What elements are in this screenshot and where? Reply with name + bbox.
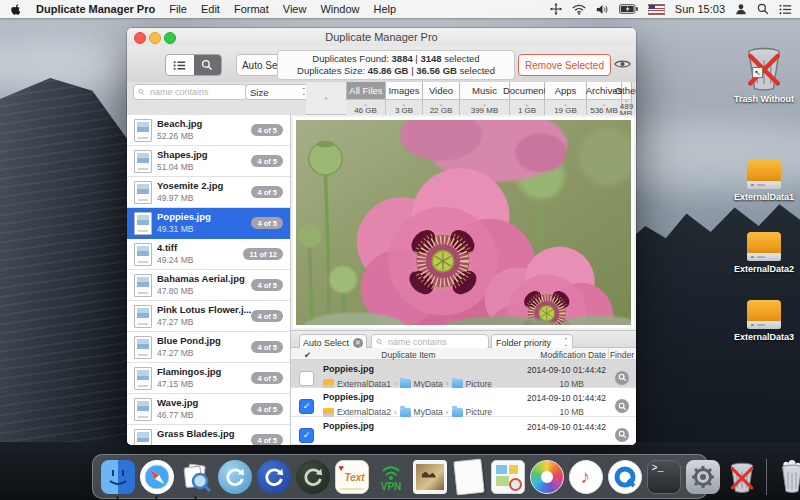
dock-duplicate-search[interactable] [177,458,214,495]
menu-file[interactable]: File [169,3,187,15]
dock-photos[interactable] [528,458,565,495]
list-item[interactable]: Beach.jpg52.26 MB4 of 5 [127,115,290,146]
list-item-selected[interactable]: Poppies.jpg49.31 MB4 of 5 [127,208,290,239]
count-badge: 4 of 5 [251,186,283,198]
menu-edit[interactable]: Edit [201,3,220,15]
drive-icon [323,379,334,388]
reveal-in-finder-icon[interactable] [615,428,629,442]
tab-documents[interactable]: Documents [510,82,545,100]
tab-apps[interactable]: Apps [545,82,587,100]
count-badge: 4 of 5 [251,372,283,384]
list-item[interactable]: Shapes.jpg51.04 MB4 of 5 [127,146,290,177]
menu-window[interactable]: Window [320,3,359,15]
remove-selected-button[interactable]: Remove Selected [518,54,611,76]
list-item[interactable]: Pink Lotus Flower.j...47.27 MB4 of 5 [127,301,290,332]
clear-icon[interactable]: ✕ [353,338,363,348]
count-badge: 4 of 5 [251,403,283,415]
dock-blank-document[interactable] [450,458,487,495]
duplicates-table-header[interactable]: ✔ Duplicate Item Modification Date Finde… [291,348,636,359]
window-title: Duplicate Manager Pro [127,31,636,43]
dock-safari[interactable] [138,458,175,495]
menu-help[interactable]: Help [374,3,397,15]
dock-trash[interactable] [773,458,800,495]
tab-size-other: ⌄489 MB [622,100,632,115]
desktop-icon-externaldata3[interactable]: ExternalData3 [728,300,800,342]
desktop-icon-externaldata1[interactable]: ExternalData1 [728,160,800,202]
title-bar[interactable]: Duplicate Manager Pro [127,28,636,46]
apple-menu[interactable] [10,3,22,16]
table-row[interactable]: Poppies.jpg ExternalData1› MyData› Pictu… [291,360,636,388]
panel-search-input[interactable] [386,336,484,348]
tab-all-files[interactable]: All Files [346,82,386,100]
list-item[interactable]: Yosemite 2.jpg49.97 MB4 of 5 [127,177,290,208]
volume-icon[interactable] [596,4,609,15]
dock-separator [766,459,767,495]
sort-popup[interactable]: Size ⌃⌄ [245,84,311,100]
count-badge: 4 of 5 [251,217,283,229]
view-mode-segmented-control[interactable] [165,54,222,76]
search-icon [138,88,145,96]
count-badge: 4 of 5 [251,279,283,291]
image-file-icon [134,398,152,421]
list-item[interactable]: Flamingos.jpg47.15 MB4 of 5 [127,363,290,394]
search-input[interactable] [148,86,242,98]
image-file-icon [134,336,152,359]
notification-center-icon[interactable] [779,4,792,15]
search-view-icon[interactable] [194,55,222,75]
reveal-in-finder-icon[interactable] [615,399,629,413]
checkbox-unchecked[interactable] [299,371,314,386]
list-item[interactable]: Wave.jpg46.77 MB4 of 5 [127,394,290,425]
dock-stamps-app[interactable] [489,458,526,495]
wifi-icon[interactable] [572,4,586,15]
count-badge: 4 of 5 [251,310,283,322]
table-row[interactable]: ✓ Poppies.jpg ExternalData2› MyData› Pic… [291,388,636,416]
location-icon[interactable] [550,3,562,15]
tab-video[interactable]: Video [423,82,460,100]
dock-quicktime[interactable] [606,458,643,495]
menu-app-name[interactable]: Duplicate Manager Pro [36,3,155,15]
dock-sync-dark-blue[interactable] [255,458,292,495]
dock-vpn[interactable]: VPN [372,458,409,495]
table-row[interactable]: ✓ Poppies.jpg 2014-09-10 01:44:42 [291,417,636,445]
tab-size-all-files: ⌄46 GB [346,100,386,115]
battery-icon[interactable] [619,4,638,14]
spotlight-icon[interactable] [757,3,769,15]
dock-itunes[interactable]: ♪ [567,458,604,495]
dock-text-notes[interactable]: ♥ Text [333,458,370,495]
dock-system-preferences[interactable] [684,458,721,495]
reveal-in-finder-icon[interactable] [615,371,629,385]
image-file-icon [134,212,152,235]
menu-clock[interactable]: Sun 15:03 [675,3,725,15]
poppies-preview-image [293,117,634,328]
dock-photo-viewer[interactable] [411,458,448,495]
dock-trash-remover[interactable] [723,458,760,495]
popup-stepper-icon: ⌃⌄ [563,339,568,346]
dock-sync-green[interactable] [294,458,331,495]
desktop-icon-externaldata2[interactable]: ExternalData2 [728,232,800,274]
app-window: Duplicate Manager Pro Auto Select ✕ Dupl… [127,28,636,445]
list-item[interactable]: Grass Blades.jpg4 of 5 [127,425,290,445]
list-item[interactable]: Blue Pond.jpg47.27 MB4 of 5 [127,332,290,363]
toolbar: Auto Select ✕ Duplicates Found: 3884 | 3… [127,46,636,83]
us-flag-icon[interactable] [648,4,665,15]
image-preview-area [291,115,636,330]
image-file-icon [134,119,152,142]
list-item[interactable]: Bahamas Aerial.jpg47.80 MB4 of 5 [127,270,290,301]
menu-format[interactable]: Format [234,3,269,15]
dock-sync-light-blue[interactable] [216,458,253,495]
menu-bar: Duplicate Manager Pro File Edit Format V… [0,0,800,18]
dock-terminal[interactable]: >_ [645,458,682,495]
menu-view[interactable]: View [283,3,307,15]
tab-images[interactable]: Images [386,82,423,100]
dock-finder[interactable] [99,458,136,495]
desktop-icon-trash-without[interactable]: ↖ Trash Without [728,44,800,104]
list-view-icon[interactable] [166,55,194,75]
top-search-field[interactable] [133,84,247,100]
eye-icon[interactable] [613,56,631,72]
list-item[interactable]: 4.tiff49.24 MB11 of 12 [127,239,290,270]
tab-size-documents: ⌄1 GB [510,100,545,115]
user-icon[interactable] [735,3,747,15]
chevron-right-icon[interactable]: › [306,82,346,115]
checkbox-checked[interactable]: ✓ [299,399,314,414]
checkbox-checked[interactable]: ✓ [299,428,314,443]
